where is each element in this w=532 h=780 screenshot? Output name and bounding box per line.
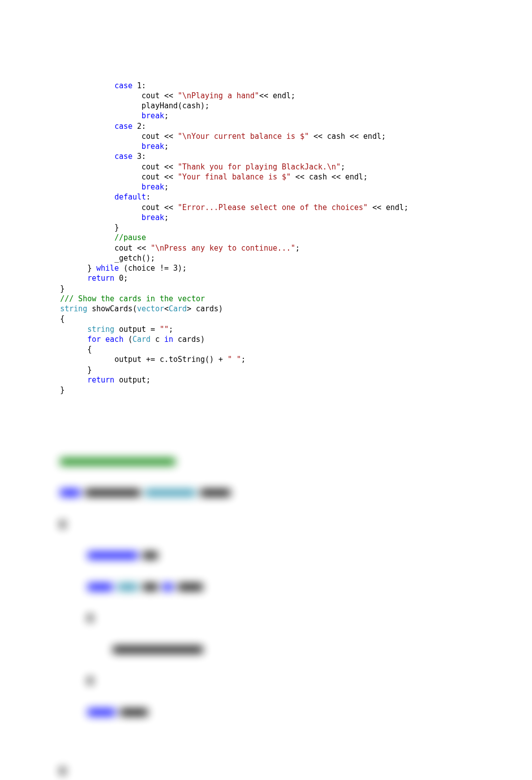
code-line: string output = ""; bbox=[60, 324, 507, 334]
code-line: cout << "Your final balance is $" << cas… bbox=[60, 172, 507, 182]
code-line: case 2: bbox=[60, 121, 507, 131]
code-line: } bbox=[60, 365, 507, 375]
code-line: output += c.toString() + " "; bbox=[60, 354, 507, 364]
code-line: break; bbox=[60, 213, 507, 223]
code-line: string showCards(vector<Card> cards) bbox=[60, 304, 507, 314]
code-line: } bbox=[60, 385, 507, 395]
code-line: break; bbox=[60, 182, 507, 192]
code-line: } bbox=[60, 223, 507, 233]
code-line: playHand(cash); bbox=[60, 101, 507, 111]
code-line: cout << "\nPress any key to continue..."… bbox=[60, 243, 507, 253]
code-line: { bbox=[60, 314, 507, 324]
code-line: } while (choice != 3); bbox=[60, 263, 507, 273]
code-line: break; bbox=[60, 111, 507, 121]
code-line: cout << "Error...Please select one of th… bbox=[60, 203, 507, 213]
code-line: cout << "Thank you for playing BlackJack… bbox=[60, 162, 507, 172]
code-line: } bbox=[60, 284, 507, 294]
blurred-preview bbox=[60, 436, 507, 780]
code-line: cout << "\nYour current balance is $" <<… bbox=[60, 131, 507, 141]
code-lines: case 1: cout << "\nPlaying a hand"<< end… bbox=[60, 81, 507, 396]
code-line: { bbox=[60, 344, 507, 354]
code-line: break; bbox=[60, 141, 507, 151]
code-line: return output; bbox=[60, 375, 507, 385]
code-line: case 1: bbox=[60, 81, 507, 91]
code-line: cout << "\nPlaying a hand"<< endl; bbox=[60, 91, 507, 101]
code-block: case 1: cout << "\nPlaying a hand"<< end… bbox=[0, 0, 532, 780]
code-line: _getch(); bbox=[60, 253, 507, 263]
code-line: for each (Card c in cards) bbox=[60, 334, 507, 344]
code-line: /// Show the cards in the vector bbox=[60, 294, 507, 304]
code-line: return 0; bbox=[60, 273, 507, 283]
code-line: //pause bbox=[60, 233, 507, 243]
code-line: case 3: bbox=[60, 151, 507, 161]
code-line: default: bbox=[60, 192, 507, 202]
